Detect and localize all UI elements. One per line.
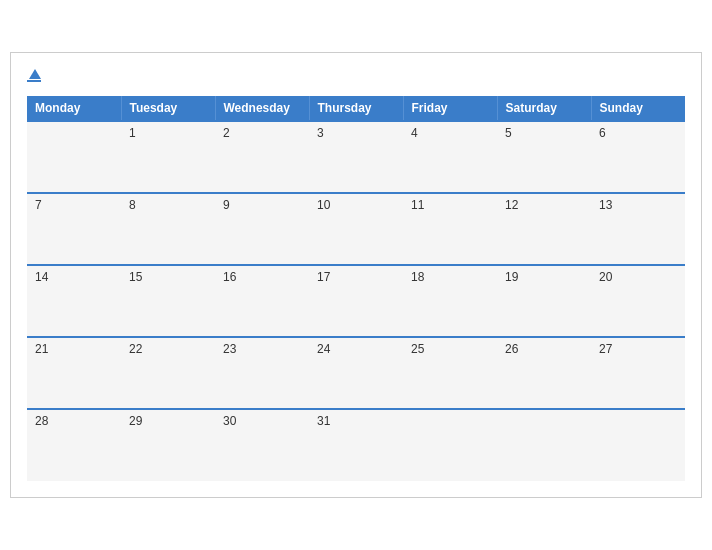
- day-cell: [591, 409, 685, 481]
- logo-line: [27, 69, 41, 79]
- day-cell: 4: [403, 121, 497, 193]
- day-cell: 3: [309, 121, 403, 193]
- calendar: MondayTuesdayWednesdayThursdayFridaySatu…: [10, 52, 702, 498]
- day-number: 30: [223, 414, 236, 428]
- day-cell: 26: [497, 337, 591, 409]
- day-cell: 6: [591, 121, 685, 193]
- day-cell: 8: [121, 193, 215, 265]
- day-number: 2: [223, 126, 230, 140]
- day-cell: 27: [591, 337, 685, 409]
- day-number: 31: [317, 414, 330, 428]
- day-header-thursday: Thursday: [309, 96, 403, 121]
- day-number: 7: [35, 198, 42, 212]
- day-cell: 5: [497, 121, 591, 193]
- day-cell: 25: [403, 337, 497, 409]
- day-number: 9: [223, 198, 230, 212]
- day-number: 14: [35, 270, 48, 284]
- day-number: 17: [317, 270, 330, 284]
- day-cell: 9: [215, 193, 309, 265]
- day-number: 13: [599, 198, 612, 212]
- day-number: 8: [129, 198, 136, 212]
- day-cell: [403, 409, 497, 481]
- logo-underline: [27, 80, 41, 82]
- day-number: 22: [129, 342, 142, 356]
- day-header-tuesday: Tuesday: [121, 96, 215, 121]
- day-number: 18: [411, 270, 424, 284]
- day-number: 3: [317, 126, 324, 140]
- logo-triangle-icon: [29, 69, 41, 79]
- day-number: 15: [129, 270, 142, 284]
- logo: [27, 69, 41, 82]
- day-cell: 2: [215, 121, 309, 193]
- day-cell: 16: [215, 265, 309, 337]
- week-row-1: 78910111213: [27, 193, 685, 265]
- day-cell: 23: [215, 337, 309, 409]
- day-number: 19: [505, 270, 518, 284]
- day-number: 4: [411, 126, 418, 140]
- day-cell: 11: [403, 193, 497, 265]
- day-number: 6: [599, 126, 606, 140]
- day-cell: 28: [27, 409, 121, 481]
- day-cell: [27, 121, 121, 193]
- day-number: 20: [599, 270, 612, 284]
- day-cell: 29: [121, 409, 215, 481]
- day-headers-row: MondayTuesdayWednesdayThursdayFridaySatu…: [27, 96, 685, 121]
- week-row-0: 123456: [27, 121, 685, 193]
- day-header-monday: Monday: [27, 96, 121, 121]
- day-cell: 18: [403, 265, 497, 337]
- day-number: 27: [599, 342, 612, 356]
- day-number: 21: [35, 342, 48, 356]
- day-cell: 10: [309, 193, 403, 265]
- week-row-4: 28293031: [27, 409, 685, 481]
- day-cell: 17: [309, 265, 403, 337]
- day-number: 1: [129, 126, 136, 140]
- calendar-header: [27, 69, 685, 82]
- day-header-sunday: Sunday: [591, 96, 685, 121]
- day-header-saturday: Saturday: [497, 96, 591, 121]
- day-cell: [497, 409, 591, 481]
- day-header-friday: Friday: [403, 96, 497, 121]
- day-cell: 22: [121, 337, 215, 409]
- day-number: 28: [35, 414, 48, 428]
- day-cell: 30: [215, 409, 309, 481]
- day-number: 23: [223, 342, 236, 356]
- day-cell: 24: [309, 337, 403, 409]
- day-number: 5: [505, 126, 512, 140]
- day-cell: 13: [591, 193, 685, 265]
- calendar-table: MondayTuesdayWednesdayThursdayFridaySatu…: [27, 96, 685, 481]
- day-header-wednesday: Wednesday: [215, 96, 309, 121]
- day-cell: 1: [121, 121, 215, 193]
- day-number: 26: [505, 342, 518, 356]
- day-cell: 12: [497, 193, 591, 265]
- day-number: 16: [223, 270, 236, 284]
- day-cell: 14: [27, 265, 121, 337]
- day-cell: 21: [27, 337, 121, 409]
- week-row-2: 14151617181920: [27, 265, 685, 337]
- day-cell: 19: [497, 265, 591, 337]
- day-cell: 7: [27, 193, 121, 265]
- day-number: 11: [411, 198, 424, 212]
- day-cell: 31: [309, 409, 403, 481]
- day-number: 10: [317, 198, 330, 212]
- day-number: 25: [411, 342, 424, 356]
- day-cell: 20: [591, 265, 685, 337]
- day-cell: 15: [121, 265, 215, 337]
- day-number: 12: [505, 198, 518, 212]
- day-number: 24: [317, 342, 330, 356]
- day-number: 29: [129, 414, 142, 428]
- week-row-3: 21222324252627: [27, 337, 685, 409]
